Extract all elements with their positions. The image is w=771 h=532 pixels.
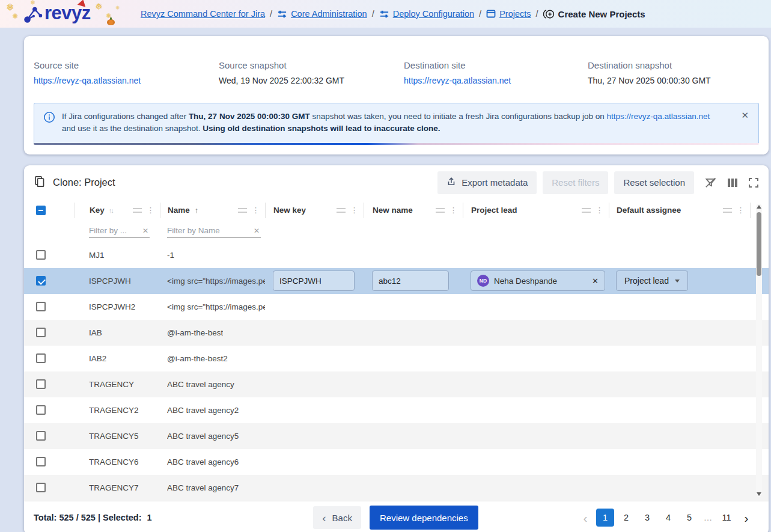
name-cell: ABC travel agency7	[160, 475, 265, 501]
column-menu-icon[interactable]	[252, 206, 260, 215]
row-checkbox[interactable]	[36, 431, 46, 441]
row-checkbox[interactable]	[36, 457, 46, 466]
filter-off-icon[interactable]	[704, 176, 717, 189]
snapshot-info-item: Source sitehttps://revyz-qa.atlassian.ne…	[34, 60, 219, 86]
sort-icon[interactable]	[105, 206, 113, 215]
default-assignee-cell	[609, 475, 751, 501]
pagination-page-1[interactable]: 1	[596, 509, 614, 527]
clear-project-lead-icon[interactable]	[592, 277, 599, 286]
row-checkbox[interactable]	[36, 328, 46, 337]
name-text: ABC travel agency5	[167, 423, 239, 449]
new-name-cell	[364, 449, 463, 475]
breadcrumb-item: Revyz Command Center for Jira	[141, 9, 265, 19]
export-metadata-button[interactable]: Export metadata	[437, 171, 537, 194]
name-cell: ABC travel agency	[160, 371, 265, 397]
column-label: Project lead	[471, 206, 517, 215]
column-menu-icon[interactable]	[596, 206, 603, 215]
key-cell: ISPCPJWH2	[75, 294, 160, 320]
banner-close-icon[interactable]	[741, 110, 749, 121]
pagination-page-4[interactable]: 4	[659, 509, 677, 527]
reset-selection-button[interactable]: Reset selection	[614, 171, 694, 194]
column-menu-icon[interactable]	[449, 206, 457, 215]
column-header-name[interactable]: Name	[160, 203, 265, 218]
new-key-cell	[265, 397, 364, 423]
column-menu-icon[interactable]	[737, 206, 745, 215]
app-logo[interactable]: ❅ ✺ ❅ ❅ ✺ ❅ revyz	[6, 0, 127, 28]
row-checkbox[interactable]	[36, 250, 46, 260]
pagination-next[interactable]	[739, 512, 754, 524]
name-text: <img src="https://images.pexe	[167, 294, 265, 320]
pagination-page-2[interactable]: 2	[617, 509, 635, 527]
row-checkbox[interactable]	[36, 379, 46, 389]
fullscreen-icon[interactable]	[748, 177, 759, 188]
pagination-ellipsis: …	[701, 513, 715, 522]
clone-plus-icon	[543, 8, 555, 20]
vertical-scrollbar-thumb[interactable]	[757, 212, 761, 276]
column-header-new-key[interactable]: New key	[265, 203, 364, 218]
sort-ascending-icon[interactable]	[190, 206, 199, 215]
new-name-cell	[364, 475, 463, 501]
new-name-cell	[364, 423, 463, 449]
key-cell: MJ1	[75, 242, 160, 268]
column-header-key[interactable]: Key	[75, 203, 160, 218]
clear-key-filter-icon[interactable]	[141, 226, 150, 235]
drag-handle-icon[interactable]	[337, 208, 346, 213]
snapshot-info-grid: Source sitehttps://revyz-qa.atlassian.ne…	[34, 46, 759, 103]
project-lead-cell	[463, 294, 609, 320]
column-menu-icon[interactable]	[350, 206, 358, 215]
clone-icon	[34, 176, 46, 190]
column-header-new-name[interactable]: New name	[364, 203, 463, 218]
row-select-cell	[24, 423, 75, 449]
drag-handle-icon[interactable]	[723, 208, 732, 213]
row-select-cell	[24, 475, 75, 501]
row-checkbox[interactable]	[36, 276, 46, 286]
name-text: <img src="https://images.pexe	[167, 268, 265, 294]
new-key-input[interactable]	[273, 271, 355, 291]
vertical-scrollbar[interactable]	[756, 204, 762, 497]
scroll-up-icon[interactable]	[757, 205, 761, 209]
name-filter-input[interactable]	[167, 226, 252, 235]
reset-filters-button[interactable]: Reset filters	[543, 171, 608, 194]
name-cell: <img src="https://images.pexe	[160, 268, 265, 294]
site-link[interactable]: https://revyz-qa.atlassian.net	[34, 76, 141, 85]
columns-icon[interactable]	[727, 178, 738, 188]
drag-handle-icon[interactable]	[133, 208, 142, 213]
drag-handle-icon[interactable]	[238, 208, 247, 213]
default-assignee-cell	[609, 371, 751, 397]
back-button[interactable]: ‹Back	[313, 506, 361, 529]
row-checkbox[interactable]	[36, 302, 46, 311]
new-name-input[interactable]	[372, 271, 449, 291]
row-checkbox[interactable]	[36, 405, 46, 415]
breadcrumb-projects[interactable]: Projects	[499, 9, 531, 19]
pagination-prev[interactable]	[577, 512, 593, 524]
tune-icon	[379, 9, 389, 19]
site-link[interactable]: https://revyz-qa.atlassian.net	[404, 76, 511, 85]
export-icon	[446, 177, 456, 188]
key-filter-input[interactable]	[89, 226, 141, 235]
row-checkbox[interactable]	[36, 353, 46, 363]
scroll-down-icon[interactable]	[757, 492, 761, 496]
name-cell: ABC travel agency5	[160, 423, 265, 449]
breadcrumb-revyz-command-center-for-jira[interactable]: Revyz Command Center for Jira	[141, 9, 265, 19]
default-assignee-dropdown[interactable]: Project lead	[616, 271, 688, 291]
pagination-page-5[interactable]: 5	[680, 509, 698, 527]
row-checkbox[interactable]	[36, 483, 46, 492]
table-footer: Total: 525 / 525 | Selected:1 ‹Back Revi…	[24, 501, 769, 532]
clear-name-filter-icon[interactable]	[252, 226, 261, 235]
column-header-project-lead[interactable]: Project lead	[463, 203, 609, 218]
chevron-down-icon	[675, 280, 680, 283]
pagination-page-3[interactable]: 3	[638, 509, 656, 527]
breadcrumb-core-administration[interactable]: Core Administration	[291, 9, 367, 19]
pagination-page-11[interactable]: 11	[718, 509, 736, 527]
breadcrumb-separator: /	[479, 9, 481, 19]
breadcrumb-deploy-configuration[interactable]: Deploy Configuration	[393, 9, 474, 19]
column-menu-icon[interactable]	[147, 206, 154, 215]
review-dependencies-button[interactable]: Review dependencies	[370, 506, 478, 530]
project-lead-cell	[463, 371, 609, 397]
column-header-default-assignee[interactable]: Default assignee	[609, 203, 751, 218]
drag-handle-icon[interactable]	[582, 208, 591, 213]
banner-site-link[interactable]: https://revyz-qa.atlassian.net	[607, 112, 710, 121]
drag-handle-icon[interactable]	[436, 208, 445, 213]
project-lead-picker[interactable]: NDNeha Deshpande	[471, 271, 605, 291]
select-all-checkbox[interactable]	[36, 206, 46, 215]
